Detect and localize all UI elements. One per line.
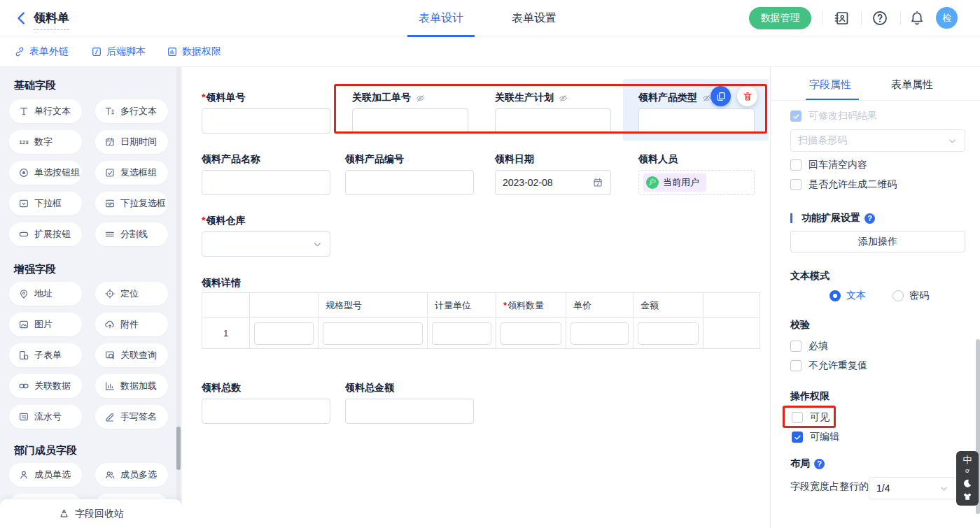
text-mode-title: 文本模式 bbox=[790, 270, 830, 283]
data-permission-icon bbox=[167, 46, 178, 57]
form-external-link[interactable]: 表单外链 bbox=[14, 45, 69, 58]
number-123-icon: 123 bbox=[18, 136, 29, 148]
shirt-icon[interactable] bbox=[956, 492, 979, 501]
help-icon[interactable]: ? bbox=[814, 459, 825, 469]
field-type-number[interactable]: 123数字 bbox=[9, 130, 82, 154]
field-label-product-name: 领料产品名称 bbox=[202, 153, 260, 166]
product-code-input[interactable] bbox=[345, 170, 474, 195]
col-row-number bbox=[202, 293, 250, 318]
total-amount-input[interactable] bbox=[345, 399, 474, 424]
subform-input[interactable] bbox=[254, 322, 314, 345]
field-type-data-load[interactable]: 数据加载 bbox=[95, 374, 168, 398]
multi-dropdown-icon bbox=[104, 198, 115, 209]
sidebar-scrollbar-thumb[interactable] bbox=[176, 427, 181, 470]
radio-text-mode-password[interactable]: 密码 bbox=[892, 290, 929, 302]
field-label-total-amount: 领料总金额 bbox=[345, 382, 394, 394]
field-type-multi-line-text[interactable]: 多行文本 bbox=[95, 99, 168, 123]
address-book-icon[interactable] bbox=[833, 10, 850, 27]
help-icon[interactable] bbox=[872, 10, 888, 27]
subform-input-spec[interactable] bbox=[323, 322, 423, 345]
field-width-label: 字段宽度占整行的 bbox=[790, 480, 869, 493]
divider-icon bbox=[104, 229, 115, 240]
extension-settings-title: 功能扩展设置 ? bbox=[790, 212, 875, 224]
copy-field-button[interactable] bbox=[710, 86, 731, 106]
col-blank bbox=[250, 293, 318, 318]
product-name-input[interactable] bbox=[202, 170, 330, 195]
field-type-extend-button[interactable]: 扩展按钮 bbox=[9, 222, 82, 246]
visible-checkbox[interactable]: 可见 bbox=[792, 411, 830, 424]
image-icon bbox=[18, 319, 29, 330]
scan-mode-select[interactable]: 扫描条形码 bbox=[790, 129, 965, 152]
subform-empty-cell bbox=[704, 318, 760, 349]
field-type-locate[interactable]: 定位 bbox=[95, 282, 168, 306]
field-type-divider[interactable]: 分割线 bbox=[95, 222, 168, 246]
tab-form-properties[interactable]: 表单属性 bbox=[891, 78, 933, 92]
page-title[interactable]: 领料单 bbox=[34, 10, 69, 30]
process-order-input[interactable] bbox=[352, 108, 468, 134]
field-label-material-no: *领料单号 bbox=[202, 92, 245, 104]
field-type-member-single[interactable]: 成员单选 bbox=[9, 463, 82, 487]
field-width-select[interactable]: 1/4 bbox=[869, 477, 957, 499]
material-no-input[interactable] bbox=[202, 108, 330, 134]
field-recycle-bin[interactable]: 字段回收站 bbox=[0, 499, 182, 528]
field-type-image[interactable]: 图片 bbox=[9, 313, 82, 336]
avatar[interactable]: 检 bbox=[936, 7, 958, 29]
data-permission-link[interactable]: 数据权限 bbox=[167, 45, 221, 58]
total-qty-input[interactable] bbox=[202, 399, 330, 424]
scan-result-checkbox[interactable]: 可修改扫码结果 bbox=[790, 110, 877, 122]
material-date-input[interactable]: 2023-02-08 bbox=[495, 170, 611, 195]
field-type-linked-query[interactable]: 关联查询 bbox=[95, 343, 168, 367]
data-manage-button[interactable]: 数据管理 bbox=[749, 7, 811, 29]
help-icon[interactable]: ? bbox=[864, 213, 875, 224]
field-type-checkbox-group[interactable]: 复选框组 bbox=[95, 161, 168, 185]
add-action-button[interactable]: 添加操作 bbox=[790, 231, 965, 252]
radio-text-mode-text[interactable]: 文本 bbox=[830, 290, 866, 302]
field-type-single-line-text[interactable]: 单行文本 bbox=[9, 99, 82, 123]
field-type-linked-data[interactable]: 关联数据 bbox=[9, 374, 82, 398]
subform-input-quantity[interactable] bbox=[500, 322, 561, 345]
field-type-serial-number[interactable]: 流水号 bbox=[9, 405, 82, 429]
delete-field-button[interactable] bbox=[737, 86, 757, 106]
calendar-icon bbox=[592, 177, 603, 188]
bell-icon[interactable] bbox=[909, 10, 925, 27]
product-type-input[interactable] bbox=[638, 108, 755, 134]
ime-language-button[interactable]: 中 bbox=[956, 455, 979, 464]
field-type-multi-dropdown[interactable]: 下拉复选框 bbox=[95, 192, 168, 215]
field-type-datetime[interactable]: 日期时间 bbox=[95, 130, 168, 154]
field-label-product-type: 领料产品类型 bbox=[638, 92, 712, 104]
field-type-radio-group[interactable]: 单选按钮组 bbox=[9, 161, 82, 185]
ime-punctuation-button[interactable]: ơ bbox=[956, 468, 979, 474]
tab-field-properties[interactable]: 字段属性 bbox=[809, 78, 851, 92]
warehouse-select[interactable] bbox=[202, 231, 330, 257]
back-icon[interactable] bbox=[14, 10, 29, 26]
subform-input-unit[interactable] bbox=[432, 322, 491, 345]
subform-input-amount[interactable] bbox=[638, 322, 699, 345]
moon-icon[interactable] bbox=[956, 478, 979, 488]
subform-icon bbox=[18, 350, 29, 361]
attachment-cloud-icon bbox=[104, 319, 115, 330]
backend-script-link[interactable]: 后端脚本 bbox=[91, 45, 146, 58]
production-plan-input[interactable] bbox=[495, 108, 611, 134]
field-type-attachment[interactable]: 附件 bbox=[95, 313, 168, 336]
field-type-member-multi[interactable]: 成员多选 bbox=[95, 463, 168, 487]
field-type-address[interactable]: 地址 bbox=[9, 282, 82, 306]
field-type-dropdown[interactable]: 下拉框 bbox=[9, 192, 82, 215]
qrcode-checkbox[interactable]: 是否允许生成二维码 bbox=[790, 178, 897, 191]
editable-checkbox[interactable]: 可编辑 bbox=[792, 431, 839, 443]
field-type-signature[interactable]: 手写签名 bbox=[95, 405, 168, 429]
tab-form-settings[interactable]: 表单设置 bbox=[512, 11, 556, 26]
current-user-tag[interactable]: 户 当前用户 bbox=[643, 173, 706, 192]
radio-group-icon bbox=[18, 167, 29, 178]
required-checkbox[interactable]: 必填 bbox=[790, 340, 828, 352]
enter-clear-checkbox[interactable]: 回车清空内容 bbox=[790, 159, 867, 171]
field-label-detail: 领料详情 bbox=[202, 277, 241, 290]
field-type-subform[interactable]: 子表单 bbox=[9, 343, 82, 367]
personnel-field[interactable]: 户 当前用户 bbox=[638, 170, 755, 195]
subform-input-price[interactable] bbox=[570, 322, 629, 345]
data-load-icon bbox=[104, 380, 115, 392]
extend-button-icon bbox=[18, 229, 29, 240]
chevron-down-icon bbox=[939, 483, 949, 494]
property-panel: 字段属性 表单属性 可修改扫码结果 扫描条形码 回车清空内容 是否允许生成二维码… bbox=[770, 67, 980, 528]
tab-form-design[interactable]: 表单设计 bbox=[419, 11, 463, 26]
no-duplicate-checkbox[interactable]: 不允许重复值 bbox=[790, 359, 867, 372]
